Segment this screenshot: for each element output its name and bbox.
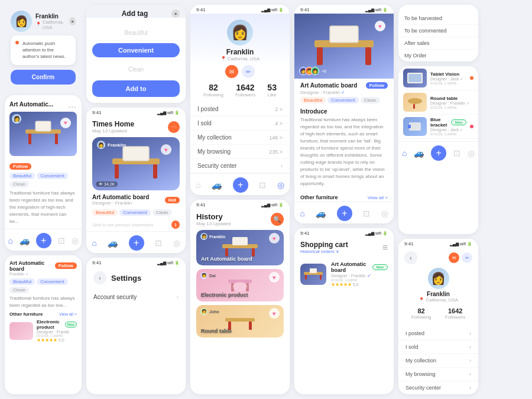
settings-back-button[interactable]: ‹ xyxy=(93,271,106,284)
history-item-1[interactable]: 👩 Franklin ♥ Art Automatic board xyxy=(196,230,284,265)
history-item-3[interactable]: 🧑 John ♥ Round table xyxy=(196,305,284,338)
bottom-follow-badge[interactable]: Follow xyxy=(55,262,77,269)
nav5-home-icon[interactable]: ⌂ xyxy=(402,148,407,158)
view-all-2[interactable]: View all > xyxy=(368,195,388,200)
sub-product-img xyxy=(9,322,33,340)
svg-rect-30 xyxy=(413,104,415,109)
close-icon[interactable]: × xyxy=(69,17,76,25)
close-tag-icon[interactable]: × xyxy=(171,9,180,18)
browsing-row[interactable]: My browsing 235 > xyxy=(190,145,290,159)
profile-name-2: Franklin xyxy=(220,48,260,56)
option-convenient-selected[interactable]: Convenient xyxy=(92,43,180,57)
nav3-plus-button[interactable]: + xyxy=(233,177,248,193)
posted-val: 2 > xyxy=(275,106,283,112)
hist-heart-1[interactable]: ♥ xyxy=(269,233,280,244)
compact-msg-button[interactable]: ✉ xyxy=(449,252,459,263)
followers-stat: 1642 Followers xyxy=(235,83,255,98)
tag-clean-2: Clean xyxy=(9,287,29,293)
status-bar-cart: 9:41 ▂▄▆ wifi 🔋 xyxy=(294,228,394,237)
notif-myorder[interactable]: My Order xyxy=(398,50,478,61)
round-table-img xyxy=(403,93,427,112)
hist-heart-2[interactable]: ♥ xyxy=(269,272,280,283)
nav-user-icon[interactable]: ◎ xyxy=(72,236,79,245)
likes-stat: 53 Like xyxy=(267,83,277,98)
compact-header-actions: ✉ ✏ xyxy=(449,252,472,263)
list-item-blue-bracket[interactable]: Blue bracket New Designer : Jack ✓ 07/2/… xyxy=(398,115,478,139)
compact-time: 9:41 xyxy=(404,241,414,246)
nav-plus-button[interactable]: + xyxy=(36,233,51,248)
liked-avatar-3: 👩 xyxy=(311,67,319,75)
tablet-img xyxy=(403,69,427,87)
compact-location: 📍 California, USA xyxy=(419,297,458,303)
svg-rect-16 xyxy=(225,318,255,322)
nav5-car-icon[interactable]: 🚙 xyxy=(414,148,424,158)
nav3-home-icon[interactable]: ⌂ xyxy=(196,180,200,190)
compact-back-button[interactable]: ‹ xyxy=(404,251,417,264)
historical-orders-btn[interactable]: Historical orders ∨ xyxy=(300,249,348,254)
compact-browsing-row[interactable]: My browsing › xyxy=(398,368,478,381)
posted-row[interactable]: I posted 2 > xyxy=(190,102,290,116)
account-security-row[interactable]: Account security › xyxy=(86,289,186,305)
history-search-btn[interactable]: 🔍 xyxy=(271,213,284,226)
nav4-user-icon[interactable]: ◎ xyxy=(381,209,388,218)
message-button[interactable]: ✉ xyxy=(225,65,238,78)
list-item-round-table[interactable]: Round table Designer : Franklin ✓ 07/2/1… xyxy=(398,90,478,115)
add-to-button[interactable]: Add to xyxy=(92,80,180,97)
hist-heart-3[interactable]: ♥ xyxy=(269,308,280,319)
nav3-cart-icon[interactable]: ⊡ xyxy=(259,180,266,190)
nav2-cart-icon[interactable]: ⊡ xyxy=(155,238,162,248)
compact-posted-row[interactable]: I posted › xyxy=(398,327,478,340)
nav-cart-icon[interactable]: ⊡ xyxy=(58,236,65,245)
security-val: › xyxy=(281,163,283,169)
bracket-badge: New xyxy=(451,119,466,125)
nav4-cart-icon[interactable]: ⊡ xyxy=(363,209,370,218)
art-follow-badge[interactable]: Follow xyxy=(366,82,388,89)
heart-icon: ♥ xyxy=(64,119,67,126)
compact-sold-row[interactable]: I sold › xyxy=(398,340,478,354)
notification-panel: To be harvested To be commented After sa… xyxy=(398,5,478,61)
product-title: Art Automatic... xyxy=(9,101,53,108)
compact-collection-row[interactable]: My collection › xyxy=(398,354,478,368)
history-item-2[interactable]: 🧑 Dai ♥ Electronic product xyxy=(196,269,284,301)
introduce-title: Introduce xyxy=(300,108,388,115)
nav2-home-icon[interactable]: ⌂ xyxy=(92,238,96,248)
column-2: Add tag × Beautiful Convenient Clean Add… xyxy=(86,5,186,394)
nav2-plus-button[interactable]: + xyxy=(129,235,144,251)
nav5-user-icon[interactable]: ◎ xyxy=(468,148,475,158)
more-icon[interactable]: ... xyxy=(68,100,77,109)
notif-commented[interactable]: To be commented xyxy=(398,25,478,37)
nav2-user-icon[interactable]: ◎ xyxy=(173,238,180,248)
nav2-car-icon[interactable]: 🚙 xyxy=(108,238,118,248)
nav5-cart-icon[interactable]: ⊡ xyxy=(453,148,460,158)
nav-car-icon[interactable]: 🚙 xyxy=(20,236,30,245)
notif-aftersales[interactable]: After sales xyxy=(398,37,478,50)
list-item-tablet[interactable]: Tablet Vision Designer : Jack ✓ 07/2/18,… xyxy=(398,66,478,90)
confirm-button[interactable]: Confirm xyxy=(11,70,76,85)
nav3-user-icon[interactable]: ◎ xyxy=(277,180,284,190)
compact-security-row[interactable]: Security center › xyxy=(398,381,478,394)
follow-badge[interactable]: Follow xyxy=(9,163,31,170)
svg-rect-24 xyxy=(305,275,307,280)
nav-home-icon[interactable]: ⌂ xyxy=(8,236,12,245)
nav4-plus-button[interactable]: + xyxy=(337,206,352,221)
view-all-link[interactable]: View all > xyxy=(59,312,77,316)
nav4-home-icon[interactable]: ⌂ xyxy=(300,209,304,218)
nav4-car-icon[interactable]: 🚙 xyxy=(316,209,326,218)
compact-followers-count: 1642 xyxy=(445,307,465,314)
option-beautiful[interactable]: Beautiful xyxy=(125,30,148,36)
nav5-plus-button[interactable]: + xyxy=(431,145,446,161)
nav3-car-icon[interactable]: 🚙 xyxy=(212,180,222,190)
compact-edit-button[interactable]: ✏ xyxy=(462,252,472,263)
security-row[interactable]: Security center › xyxy=(190,159,290,173)
collection-row[interactable]: My collection 146 > xyxy=(190,131,290,145)
wifi-icon-7: wifi xyxy=(460,242,466,246)
option-clean[interactable]: Clean xyxy=(128,66,144,73)
notif-commented-label: To be commented xyxy=(404,28,447,34)
sold-row[interactable]: I sold 4 > xyxy=(190,116,290,131)
edit-button[interactable]: ✏ xyxy=(242,65,255,78)
heart-btn[interactable]: ♥ xyxy=(60,118,71,128)
times-home-icon[interactable]: ⋯ xyxy=(168,121,180,133)
cart-menu-icon[interactable]: ≡ xyxy=(382,242,388,253)
notif-harvested[interactable]: To be harvested xyxy=(398,12,478,25)
battery-icon-6: 🔋 xyxy=(382,231,388,236)
